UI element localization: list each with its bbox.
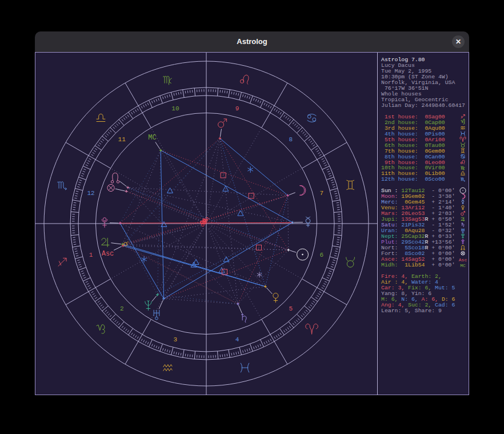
svg-text:6: 6 xyxy=(320,252,324,258)
svg-text:7: 7 xyxy=(320,190,324,197)
svg-text:4: 4 xyxy=(235,336,239,343)
svg-text:10: 10 xyxy=(171,105,179,112)
svg-text:Asc: Asc xyxy=(459,257,467,262)
svg-text:3: 3 xyxy=(174,336,178,343)
svg-text:9: 9 xyxy=(235,105,239,112)
svg-text:5: 5 xyxy=(289,305,293,312)
svg-text:2: 2 xyxy=(120,305,124,312)
svg-text:12: 12 xyxy=(87,190,94,197)
svg-text:11: 11 xyxy=(118,136,126,143)
svg-text:1: 1 xyxy=(89,252,93,258)
svg-text:MC: MC xyxy=(460,263,466,268)
svg-text:MC: MC xyxy=(148,134,156,142)
svg-text:8: 8 xyxy=(289,136,293,143)
svg-text:Asc: Asc xyxy=(102,250,114,258)
